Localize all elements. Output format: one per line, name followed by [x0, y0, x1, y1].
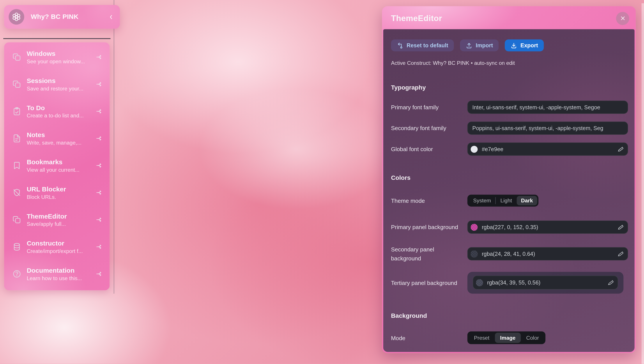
sidebar-menu-item[interactable]: To Do Create a to-do list and... [4, 100, 110, 128]
sidebar-menu-item[interactable]: Windows See your open window... [4, 46, 110, 74]
menu-item-title: Documentation [27, 267, 74, 274]
menu-item-title: Windows [27, 50, 56, 57]
pencil-icon[interactable] [608, 279, 614, 286]
sidebar-menu-item[interactable]: Bookmarks View all your current... [4, 155, 110, 182]
tertiary-panel-bg-label: Tertiary panel background [391, 278, 468, 287]
reset-to-default-button[interactable]: Reset to default [391, 40, 454, 51]
background-mode-option-color[interactable]: Color [521, 333, 544, 343]
menu-item-title: Notes [27, 131, 45, 138]
field-row-theme-mode: Theme mode System Light Dark [391, 195, 628, 206]
section-heading-colors: Colors [391, 174, 628, 182]
split-arrows-icon[interactable] [96, 162, 102, 169]
theme-mode-option-light[interactable]: Light [496, 196, 516, 205]
close-icon[interactable] [616, 12, 629, 25]
download-icon [510, 42, 517, 48]
sidebar-title: Why? BC PINK [31, 13, 108, 20]
copy-icon [12, 80, 21, 89]
sidebar-menu-item[interactable]: URL Blocker Block URLs. [4, 182, 110, 209]
menu-item-title: Bookmarks [27, 158, 62, 165]
primary-panel-bg-field[interactable]: rgba(227, 0, 152, 0.35) [468, 220, 628, 234]
sidebar-menu-item[interactable]: Constructor Create/import/export f... [4, 236, 110, 263]
split-arrows-icon[interactable] [96, 189, 102, 196]
split-arrows-icon[interactable] [96, 108, 102, 114]
field-row-secondary-font: Secondary font family [391, 122, 628, 135]
pencil-icon[interactable] [617, 224, 624, 230]
sidebar: Why? BC PINK Windows See your open windo… [0, 0, 114, 294]
secondary-panel-bg-label: Secondary panel background [391, 245, 468, 263]
sidebar-menu-item[interactable]: Sessions Save and restore your... [4, 74, 110, 101]
field-row-clipped [391, 344, 628, 352]
theme-mode-label: Theme mode [391, 196, 468, 205]
secondary-font-label: Secondary font family [391, 124, 468, 132]
field-row-background-mode: Mode Preset Image Color [391, 331, 628, 344]
theme-mode-option-dark[interactable]: Dark [516, 196, 537, 205]
sidebar-menu-item[interactable]: ThemeEditor Save/apply full... [4, 209, 110, 236]
background-mode-label: Mode [391, 333, 468, 342]
split-arrows-icon[interactable] [96, 244, 102, 250]
background-mode-option-preset[interactable]: Preset [468, 333, 494, 343]
panel-header: ThemeEditor [383, 6, 634, 29]
section-heading-background: Background [391, 312, 628, 320]
menu-item-subtitle: Create/import/export f... [27, 248, 83, 254]
screen: Why? BC PINK Windows See your open windo… [0, 0, 644, 364]
tertiary-panel-bg-field[interactable]: rgba(34, 39, 55, 0.56) [473, 276, 618, 290]
database-icon [12, 242, 21, 251]
background-mode-segmented-control: Preset Image Color [468, 331, 546, 344]
secondary-panel-bg-field[interactable]: rgba(24, 28, 41, 0.64) [468, 247, 628, 260]
split-arrows-icon[interactable] [96, 135, 102, 142]
menu-item-subtitle: Block URLs. [27, 194, 56, 200]
sidebar-menu-item[interactable]: Notes Write, save, manage,... [4, 128, 110, 155]
pencil-icon[interactable] [617, 146, 624, 152]
split-arrows-icon[interactable] [96, 54, 102, 60]
field-row-primary-panel-bg: Primary panel background rgba(227, 0, 15… [391, 220, 628, 234]
menu-item-subtitle: Write, save, manage,... [27, 140, 82, 146]
split-arrows-icon[interactable] [96, 216, 102, 223]
theme-mode-option-system[interactable]: System [468, 196, 496, 205]
color-swatch [471, 250, 478, 257]
menu-item-subtitle: View all your current... [27, 166, 80, 172]
menu-item-subtitle: Save/apply full... [27, 221, 66, 227]
sidebar-menu: Windows See your open window... Sessions… [4, 42, 110, 290]
split-arrows-icon[interactable] [96, 81, 102, 88]
export-button[interactable]: Export [505, 40, 544, 51]
file-text-icon [12, 134, 21, 143]
field-row-global-font-color: Global font color #e7e9ee [391, 142, 628, 156]
copy-icon [12, 215, 21, 224]
shield-off-icon [12, 188, 21, 197]
background-mode-option-image[interactable]: Image [495, 333, 521, 343]
copy-icon [12, 52, 21, 62]
menu-item-title: Sessions [27, 77, 56, 84]
upload-icon [466, 42, 472, 48]
field-row-tertiary-panel-bg: Tertiary panel background rgba(34, 39, 5… [391, 272, 628, 294]
menu-item-title: ThemeEditor [27, 212, 67, 220]
chevron-left-icon[interactable] [108, 14, 114, 20]
theme-editor-panel: ThemeEditor Reset to default Import Expo… [382, 6, 636, 353]
menu-item-subtitle: Learn how to use this... [27, 275, 82, 281]
clipboard-check-icon [12, 107, 21, 116]
menu-item-subtitle: Save and restore your... [27, 85, 84, 91]
help-circle-icon [12, 270, 21, 278]
global-font-color-field[interactable]: #e7e9ee [468, 142, 628, 156]
toolbar: Reset to default Import Export [391, 40, 628, 51]
reset-pin-icon [397, 42, 403, 48]
primary-font-label: Primary font family [391, 103, 468, 112]
flower-icon [8, 9, 24, 24]
color-swatch [476, 279, 483, 286]
split-arrows-icon[interactable] [96, 271, 102, 277]
menu-item-subtitle: See your open window... [27, 58, 85, 64]
secondary-font-input[interactable] [468, 122, 628, 135]
tertiary-panel-bg-wrapper: rgba(34, 39, 55, 0.56) [468, 272, 624, 294]
pencil-icon[interactable] [617, 250, 624, 257]
sidebar-divider [3, 38, 110, 39]
menu-item-subtitle: Create a to-do list and... [27, 112, 84, 118]
menu-item-title: Constructor [27, 240, 64, 246]
sidebar-menu-item[interactable]: Documentation Learn how to use this... [4, 263, 110, 290]
menu-item-title: To Do [27, 104, 45, 111]
import-button[interactable]: Import [460, 40, 498, 51]
theme-mode-segmented-control: System Light Dark [468, 195, 539, 206]
field-row-primary-font: Primary font family [391, 100, 628, 114]
global-font-color-label: Global font color [391, 144, 468, 154]
field-row-secondary-panel-bg: Secondary panel background rgba(24, 28, … [391, 245, 628, 263]
primary-font-input[interactable] [468, 100, 628, 114]
active-construct-status: Active Construct: Why? BC PINK • auto-sy… [391, 60, 628, 66]
